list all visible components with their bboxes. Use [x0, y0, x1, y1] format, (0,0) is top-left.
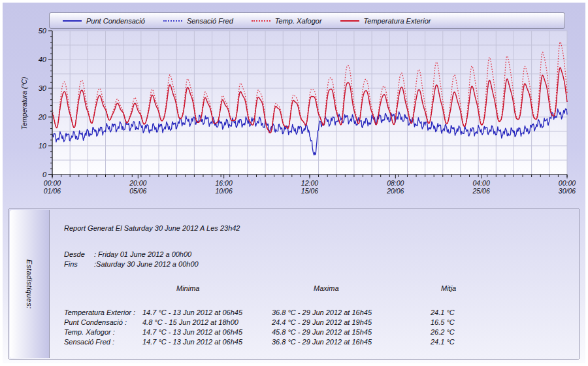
cell-c1: Sensació Fred :	[64, 337, 142, 347]
cell-c4: 26.2 °C	[431, 327, 580, 337]
cell-c4: 24.1 °C	[431, 337, 580, 347]
range-from-line: Desde : Friday 01 June 2012 a 00h00	[64, 250, 580, 258]
cell-c2: 14.7 °C - 13 Jun 2012 at 06h45	[142, 308, 272, 318]
cell-c4: 24.1 °C	[431, 308, 580, 318]
statistics-table-header: Minima Maxima Mitja	[64, 284, 580, 293]
svg-text:50: 50	[39, 27, 47, 35]
svg-text:05/06: 05/06	[129, 187, 146, 195]
cell-c1: Punt Condensació :	[64, 318, 142, 327]
svg-text:30/06: 30/06	[559, 187, 576, 195]
temperature-chart: 0102030405000:0001/0620:0005/0616:0010/0…	[3, 3, 585, 207]
legend-label: Sensació Fred	[187, 17, 233, 25]
legend-label: Temperatura Exterior	[364, 17, 431, 25]
statistics-table-row: Temperatura Exterior :14.7 °C - 13 Jun 2…	[64, 308, 580, 318]
svg-text:04:00: 04:00	[473, 179, 490, 187]
chart-legend: Punt CondensacióSensació FredTemp. Xafog…	[49, 12, 565, 29]
cell-c2: 4.8 °C - 15 Jun 2012 at 18h00	[142, 318, 272, 327]
svg-text:10/06: 10/06	[216, 187, 233, 195]
desde-value: : Friday 01 June 2012 a 00h00	[94, 250, 191, 258]
legend-line-swatch	[163, 20, 182, 22]
report-generated-line: Report Generat El Saturday 30 June 2012 …	[64, 224, 580, 232]
cell-c2: 14.7 °C - 13 Jun 2012 at 06h45	[142, 327, 272, 337]
legend-line-swatch	[340, 20, 359, 22]
statistics-panel: Estadistiques: Report Generat El Saturda…	[8, 208, 580, 360]
svg-text:00:00: 00:00	[44, 179, 61, 187]
svg-text:20/06: 20/06	[386, 187, 404, 195]
header-spacer	[64, 284, 142, 293]
svg-text:25/06: 25/06	[472, 187, 490, 195]
desde-label: Desde	[64, 250, 94, 258]
cell-c3: 24.4 °C - 29 Jun 2012 at 19h45	[272, 318, 431, 327]
svg-text:40: 40	[39, 56, 47, 63]
legend-item-0: Punt Condensació	[63, 17, 145, 25]
header-maxima: Maxima	[272, 284, 431, 293]
range-to-line: Fins :Saturday 30 June 2012 a 00h00	[64, 260, 580, 268]
legend-item-3: Temperatura Exterior	[340, 17, 431, 25]
svg-text:0: 0	[42, 171, 47, 178]
header-mitja: Mitja	[431, 284, 580, 293]
cell-c3: 36.8 °C - 29 Jun 2012 at 16h45	[272, 308, 431, 318]
cell-c3: 45.8 °C - 29 Jun 2012 at 15h45	[272, 327, 431, 337]
svg-text:16:00: 16:00	[216, 179, 233, 187]
cell-c1: Temperatura Exterior :	[64, 308, 142, 318]
svg-text:10: 10	[39, 142, 47, 150]
svg-text:20:00: 20:00	[129, 179, 146, 187]
legend-label: Temp. Xafogor	[275, 17, 322, 25]
svg-text:20: 20	[38, 113, 47, 121]
statistics-sidebar-label: Estadistiques:	[25, 259, 33, 308]
fins-label: Fins	[64, 260, 94, 268]
report-page: 0102030405000:0001/0620:0005/0616:0010/0…	[1, 1, 587, 365]
legend-label: Punt Condensació	[86, 17, 145, 25]
svg-text:08:00: 08:00	[387, 179, 404, 187]
legend-item-1: Sensació Fred	[163, 17, 233, 25]
fins-value: :Saturday 30 June 2012 a 00h00	[94, 260, 199, 268]
statistics-table: Minima Maxima Mitja Temperatura Exterior…	[64, 284, 580, 347]
svg-text:00:00: 00:00	[559, 179, 576, 187]
cell-c1: Temp. Xafogor :	[64, 327, 142, 337]
legend-line-swatch	[252, 20, 270, 22]
cell-c4: 16.5 °C	[431, 318, 580, 327]
statistics-table-row: Temp. Xafogor :14.7 °C - 13 Jun 2012 at …	[64, 327, 580, 337]
header-minima: Minima	[142, 284, 272, 293]
statistics-sidebar-tab: Estadistiques:	[10, 210, 50, 358]
svg-text:30: 30	[39, 84, 47, 92]
statistics-table-row: Sensació Fred :14.7 °C - 13 Jun 2012 at …	[64, 337, 580, 347]
svg-text:01/06: 01/06	[44, 187, 61, 195]
svg-text:12:00: 12:00	[301, 179, 318, 187]
svg-text:15/06: 15/06	[301, 187, 318, 195]
legend-line-swatch	[63, 20, 82, 22]
statistics-content: Report Generat El Saturday 30 June 2012 …	[50, 208, 580, 359]
cell-c3: 36.8 °C - 29 Jun 2012 at 16h45	[272, 337, 431, 347]
cell-c2: 14.7 °C - 13 Jun 2012 at 06h45	[142, 337, 272, 347]
legend-item-2: Temp. Xafogor	[252, 17, 322, 25]
statistics-table-row: Punt Condensació :4.8 °C - 15 Jun 2012 a…	[64, 318, 580, 327]
y-axis-title: Temperatura (°C)	[20, 67, 28, 139]
